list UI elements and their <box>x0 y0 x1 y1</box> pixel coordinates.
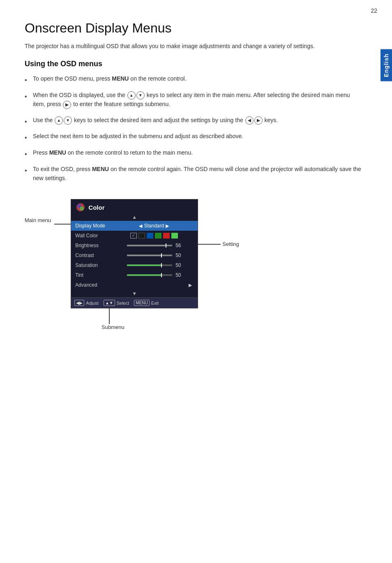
footer-select: ▲▼ Select <box>104 300 129 306</box>
adjust-label: Adjust <box>86 301 99 306</box>
contrast-bar <box>127 255 172 256</box>
list-item: • To open the OSD menu, press MENU on th… <box>25 74 362 86</box>
page-number: 22 <box>371 7 377 14</box>
wall-color-value: ✓ <box>114 233 194 239</box>
osd-row-advanced: Advanced ▶ <box>71 280 198 290</box>
brightness-value: 56 <box>114 243 194 248</box>
wall-swatch-red <box>163 233 170 239</box>
list-item: • To exit the OSD, press MENU on the rem… <box>25 164 362 183</box>
osd-row-display-mode: Display Mode ◀ Standard ▶ <box>71 221 198 231</box>
list-item-text: To open the OSD menu, press MENU on the … <box>33 74 362 83</box>
wall-color-label: Wall Color <box>75 233 114 239</box>
wall-check-icon: ✓ <box>130 233 137 239</box>
select-key: ▲▼ <box>104 300 115 306</box>
main-menu-label: Main menu <box>25 217 51 223</box>
osd-title: Color <box>88 204 104 211</box>
language-tab: English <box>380 49 392 81</box>
select-label: Select <box>117 301 129 306</box>
bullet-list: • To open the OSD menu, press MENU on th… <box>25 74 362 183</box>
bullet-dot: • <box>25 165 33 176</box>
intro-text: The projector has a multilingual OSD tha… <box>25 42 362 51</box>
right-key-icon2: ▶ <box>254 116 263 125</box>
list-item: • When the OSD is displayed, use the ▲▼ … <box>25 90 362 111</box>
setting-label: Setting <box>222 241 239 247</box>
up-key-icon2: ▲ <box>55 116 63 125</box>
osd-panel: Color ▲ Display Mode ◀ Standard ▶ Wall C… <box>71 199 198 308</box>
down-key-icon2: ▼ <box>64 116 72 125</box>
display-mode-text: Standard <box>144 223 164 229</box>
exit-label: Exit <box>151 301 159 306</box>
contrast-label: Contrast <box>75 253 114 258</box>
list-item: • Use the ▲▼ keys to select the desired … <box>25 116 362 127</box>
brightness-number: 56 <box>175 243 181 248</box>
advanced-value: ▶ <box>114 283 194 288</box>
osd-down-arrow: ▼ <box>71 290 198 297</box>
brightness-bar <box>127 245 172 246</box>
advanced-label: Advanced <box>75 282 114 288</box>
left-arrow-icon: ◀ <box>139 223 142 229</box>
submenu-label: Submenu <box>101 324 125 330</box>
bullet-dot: • <box>25 132 33 143</box>
section-heading: Using the OSD menus <box>25 60 362 68</box>
wall-swatch-green <box>155 233 161 239</box>
saturation-number: 50 <box>175 262 181 268</box>
tint-number: 50 <box>175 272 181 278</box>
list-item-text: Use the ▲▼ keys to select the desired it… <box>33 116 362 126</box>
display-mode-value: ◀ Standard ▶ <box>114 223 194 229</box>
osd-row-wall-color: Wall Color ✓ <box>71 231 198 241</box>
wall-swatch-dark <box>138 233 145 239</box>
list-item-text: When the OSD is displayed, use the ▲▼ ke… <box>33 90 362 111</box>
bullet-dot: • <box>25 91 33 102</box>
wall-swatch-lime <box>171 233 178 239</box>
tint-value: 50 <box>114 272 194 278</box>
osd-footer: ◀▶ Adjust ▲▼ Select MENU Exit <box>71 297 198 308</box>
saturation-value: 50 <box>114 262 194 268</box>
tint-bar <box>127 274 172 276</box>
contrast-number: 50 <box>175 253 181 258</box>
list-item-text: Press MENU on the remote control to retu… <box>33 148 362 157</box>
page-title: Onscreen Display Menus <box>25 21 362 36</box>
color-icon <box>76 203 85 212</box>
advanced-arrow-icon: ▶ <box>189 283 192 288</box>
osd-row-saturation: Saturation 50 <box>71 260 198 270</box>
menu-key: MENU <box>134 300 149 306</box>
wall-swatch-blue <box>147 233 153 239</box>
down-key-icon: ▼ <box>136 91 145 100</box>
tint-label: Tint <box>75 272 114 278</box>
list-item: • Press MENU on the remote control to re… <box>25 148 362 160</box>
svg-point-2 <box>80 206 84 211</box>
osd-up-arrow: ▲ <box>71 213 198 221</box>
right-key-icon: ▶ <box>63 101 71 109</box>
list-item: • Select the next item to be adjusted in… <box>25 132 362 143</box>
osd-row-contrast: Contrast 50 <box>71 250 198 260</box>
display-mode-label: Display Mode <box>75 223 114 229</box>
osd-row-tint: Tint 50 <box>71 270 198 280</box>
bullet-dot: • <box>25 149 33 160</box>
footer-adjust: ◀▶ Adjust <box>74 300 99 306</box>
list-item-text: To exit the OSD, press MENU on the remot… <box>33 164 362 183</box>
brightness-label: Brightness <box>75 243 114 248</box>
right-arrow-icon: ▶ <box>166 223 169 229</box>
left-key-icon: ◀ <box>245 116 254 125</box>
saturation-label: Saturation <box>75 262 114 268</box>
bullet-dot: • <box>25 116 33 127</box>
osd-row-brightness: Brightness 56 <box>71 241 198 250</box>
adjust-key: ◀▶ <box>74 300 84 306</box>
list-item-text: Select the next item to be adjusted in t… <box>33 132 362 141</box>
contrast-value: 50 <box>114 253 194 258</box>
saturation-bar <box>127 264 172 266</box>
footer-exit: MENU Exit <box>134 300 159 306</box>
bullet-dot: • <box>25 75 33 86</box>
osd-header: Color <box>71 199 198 213</box>
up-key-icon: ▲ <box>127 91 136 100</box>
osd-diagram: Main menu Color ▲ <box>25 195 362 308</box>
